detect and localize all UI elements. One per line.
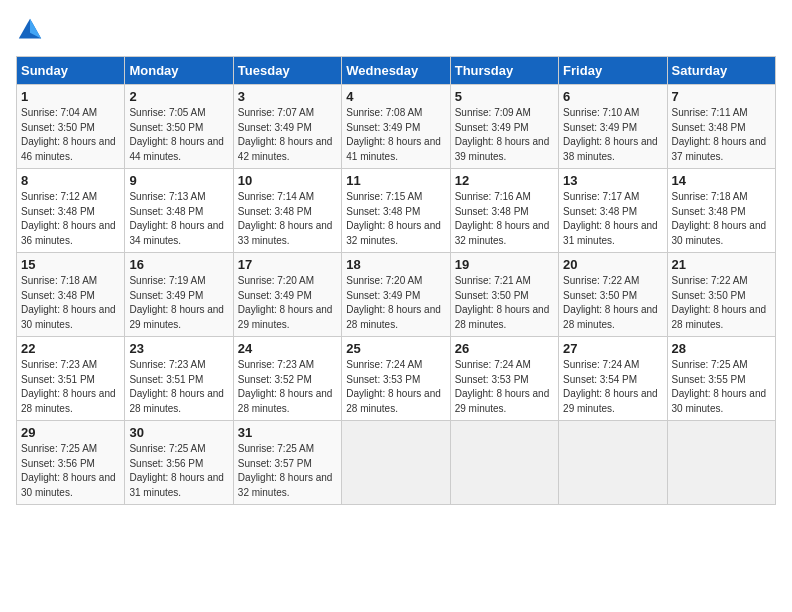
sunrise-label: Sunrise: bbox=[21, 107, 60, 118]
daylight-label: Daylight: bbox=[21, 220, 63, 231]
daylight-label: Daylight: bbox=[21, 304, 63, 315]
sunrise-time: 7:22 AM bbox=[603, 275, 640, 286]
daylight-label: Daylight: bbox=[563, 136, 605, 147]
sunrise-label: Sunrise: bbox=[346, 191, 385, 202]
sunset-label: Sunset: bbox=[563, 290, 600, 301]
day-detail: Sunrise: 7:20 AM Sunset: 3:49 PM Dayligh… bbox=[346, 274, 445, 332]
sunrise-label: Sunrise: bbox=[238, 191, 277, 202]
sunset-label: Sunset: bbox=[563, 374, 600, 385]
day-number: 22 bbox=[21, 341, 120, 356]
sunset-time: 3:50 PM bbox=[600, 290, 637, 301]
day-number: 16 bbox=[129, 257, 228, 272]
sunrise-time: 7:05 AM bbox=[169, 107, 206, 118]
sunrise-label: Sunrise: bbox=[672, 359, 711, 370]
weekday-header-sunday: Sunday bbox=[17, 57, 125, 85]
sunset-time: 3:48 PM bbox=[600, 206, 637, 217]
daylight-label: Daylight: bbox=[129, 472, 171, 483]
daylight-label: Daylight: bbox=[672, 304, 714, 315]
sunset-time: 3:49 PM bbox=[275, 122, 312, 133]
daylight-label: Daylight: bbox=[129, 136, 171, 147]
sunset-time: 3:49 PM bbox=[383, 122, 420, 133]
day-detail: Sunrise: 7:22 AM Sunset: 3:50 PM Dayligh… bbox=[672, 274, 771, 332]
sunset-time: 3:50 PM bbox=[58, 122, 95, 133]
sunset-time: 3:52 PM bbox=[275, 374, 312, 385]
day-detail: Sunrise: 7:21 AM Sunset: 3:50 PM Dayligh… bbox=[455, 274, 554, 332]
calendar-cell: 10 Sunrise: 7:14 AM Sunset: 3:48 PM Dayl… bbox=[233, 169, 341, 253]
sunset-label: Sunset: bbox=[455, 374, 492, 385]
sunset-label: Sunset: bbox=[563, 206, 600, 217]
day-number: 20 bbox=[563, 257, 662, 272]
day-number: 30 bbox=[129, 425, 228, 440]
sunset-time: 3:48 PM bbox=[491, 206, 528, 217]
sunset-time: 3:48 PM bbox=[275, 206, 312, 217]
weekday-header-tuesday: Tuesday bbox=[233, 57, 341, 85]
day-detail: Sunrise: 7:13 AM Sunset: 3:48 PM Dayligh… bbox=[129, 190, 228, 248]
sunrise-time: 7:18 AM bbox=[711, 191, 748, 202]
sunset-label: Sunset: bbox=[455, 206, 492, 217]
calendar-cell bbox=[450, 421, 558, 505]
sunrise-label: Sunrise: bbox=[455, 275, 494, 286]
sunset-time: 3:57 PM bbox=[275, 458, 312, 469]
daylight-label: Daylight: bbox=[129, 388, 171, 399]
daylight-label: Daylight: bbox=[21, 388, 63, 399]
sunrise-time: 7:07 AM bbox=[277, 107, 314, 118]
weekday-header-friday: Friday bbox=[559, 57, 667, 85]
sunrise-label: Sunrise: bbox=[129, 443, 168, 454]
day-number: 14 bbox=[672, 173, 771, 188]
day-detail: Sunrise: 7:14 AM Sunset: 3:48 PM Dayligh… bbox=[238, 190, 337, 248]
day-number: 29 bbox=[21, 425, 120, 440]
calendar-cell: 7 Sunrise: 7:11 AM Sunset: 3:48 PM Dayli… bbox=[667, 85, 775, 169]
daylight-label: Daylight: bbox=[455, 220, 497, 231]
sunrise-label: Sunrise: bbox=[238, 275, 277, 286]
sunrise-time: 7:21 AM bbox=[494, 275, 531, 286]
calendar-cell: 22 Sunrise: 7:23 AM Sunset: 3:51 PM Dayl… bbox=[17, 337, 125, 421]
sunset-time: 3:49 PM bbox=[383, 290, 420, 301]
sunset-label: Sunset: bbox=[21, 290, 58, 301]
day-number: 12 bbox=[455, 173, 554, 188]
day-number: 25 bbox=[346, 341, 445, 356]
sunset-time: 3:49 PM bbox=[600, 122, 637, 133]
day-detail: Sunrise: 7:20 AM Sunset: 3:49 PM Dayligh… bbox=[238, 274, 337, 332]
day-number: 27 bbox=[563, 341, 662, 356]
day-detail: Sunrise: 7:18 AM Sunset: 3:48 PM Dayligh… bbox=[672, 190, 771, 248]
sunrise-time: 7:12 AM bbox=[60, 191, 97, 202]
sunset-label: Sunset: bbox=[21, 458, 58, 469]
sunrise-time: 7:23 AM bbox=[277, 359, 314, 370]
day-detail: Sunrise: 7:25 AM Sunset: 3:56 PM Dayligh… bbox=[129, 442, 228, 500]
day-number: 18 bbox=[346, 257, 445, 272]
sunset-label: Sunset: bbox=[455, 122, 492, 133]
sunset-time: 3:54 PM bbox=[600, 374, 637, 385]
sunset-time: 3:49 PM bbox=[491, 122, 528, 133]
calendar-cell: 12 Sunrise: 7:16 AM Sunset: 3:48 PM Dayl… bbox=[450, 169, 558, 253]
sunrise-label: Sunrise: bbox=[129, 107, 168, 118]
calendar-cell: 28 Sunrise: 7:25 AM Sunset: 3:55 PM Dayl… bbox=[667, 337, 775, 421]
sunset-label: Sunset: bbox=[346, 290, 383, 301]
day-detail: Sunrise: 7:12 AM Sunset: 3:48 PM Dayligh… bbox=[21, 190, 120, 248]
day-number: 10 bbox=[238, 173, 337, 188]
sunrise-time: 7:14 AM bbox=[277, 191, 314, 202]
sunrise-time: 7:09 AM bbox=[494, 107, 531, 118]
weekday-header-thursday: Thursday bbox=[450, 57, 558, 85]
sunrise-label: Sunrise: bbox=[563, 107, 602, 118]
sunset-label: Sunset: bbox=[238, 458, 275, 469]
day-number: 2 bbox=[129, 89, 228, 104]
day-number: 1 bbox=[21, 89, 120, 104]
weekday-header-row: SundayMondayTuesdayWednesdayThursdayFrid… bbox=[17, 57, 776, 85]
daylight-label: Daylight: bbox=[238, 388, 280, 399]
calendar-body: 1 Sunrise: 7:04 AM Sunset: 3:50 PM Dayli… bbox=[17, 85, 776, 505]
calendar-cell bbox=[342, 421, 450, 505]
day-number: 7 bbox=[672, 89, 771, 104]
daylight-label: Daylight: bbox=[563, 388, 605, 399]
day-number: 11 bbox=[346, 173, 445, 188]
sunset-time: 3:51 PM bbox=[58, 374, 95, 385]
sunset-time: 3:56 PM bbox=[58, 458, 95, 469]
sunrise-time: 7:04 AM bbox=[60, 107, 97, 118]
sunrise-time: 7:20 AM bbox=[277, 275, 314, 286]
sunrise-label: Sunrise: bbox=[129, 359, 168, 370]
sunset-label: Sunset: bbox=[238, 122, 275, 133]
sunrise-time: 7:08 AM bbox=[386, 107, 423, 118]
day-detail: Sunrise: 7:23 AM Sunset: 3:51 PM Dayligh… bbox=[129, 358, 228, 416]
day-number: 28 bbox=[672, 341, 771, 356]
sunrise-label: Sunrise: bbox=[21, 275, 60, 286]
calendar-week-1: 1 Sunrise: 7:04 AM Sunset: 3:50 PM Dayli… bbox=[17, 85, 776, 169]
